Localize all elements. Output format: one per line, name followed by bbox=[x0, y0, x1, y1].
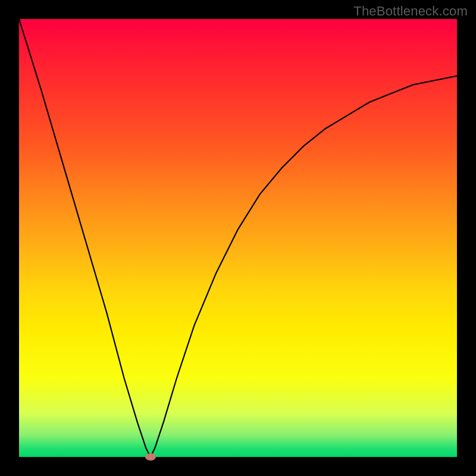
watermark-text: TheBottleneck.com bbox=[353, 4, 468, 19]
plot-area bbox=[19, 19, 457, 457]
curve-path bbox=[19, 19, 457, 457]
optimum-marker bbox=[145, 453, 156, 461]
bottleneck-curve bbox=[19, 19, 457, 457]
chart-frame: TheBottleneck.com bbox=[0, 0, 476, 476]
